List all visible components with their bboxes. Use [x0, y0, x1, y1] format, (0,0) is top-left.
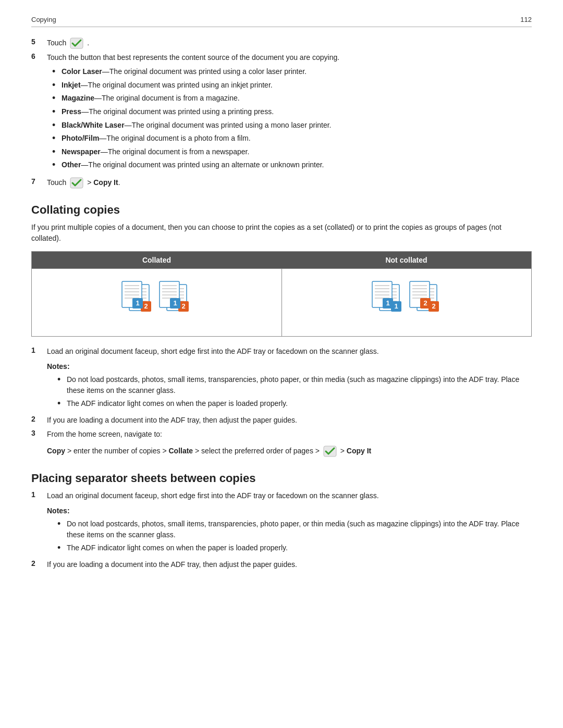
step-5-text-after: .: [87, 39, 89, 47]
collating-step-3-text: From the home screen, navigate to:: [47, 430, 162, 438]
header-section: Copying: [31, 16, 56, 23]
svg-text:1: 1: [136, 299, 140, 307]
header-bar: Copying 112: [31, 16, 532, 27]
sep-notes-label: Notes:: [47, 505, 532, 516]
checkmark-icon-3: [323, 446, 337, 457]
nav-collate: Collate: [168, 447, 193, 455]
collating-step-1: 1 Load an original document faceup, shor…: [31, 346, 532, 412]
page: Copying 112 5 Touch . 6 Touch the button…: [0, 0, 563, 728]
step-5-content: Touch .: [47, 38, 532, 49]
sep-step-2-num: 2: [31, 559, 47, 567]
list-item: •Press—The original document was printed…: [52, 106, 532, 118]
step-7-content: Touch > Copy It.: [47, 177, 532, 189]
list-item: •Color Laser—The original document was p…: [52, 66, 532, 78]
sep-step-2: 2 If you are loading a document into the…: [31, 559, 532, 570]
list-item: •Magazine—The original document is from …: [52, 93, 532, 104]
collating-step-1-num: 1: [31, 346, 47, 354]
checkmark-icon-2: [70, 177, 83, 189]
collating-step-3-content: From the home screen, navigate to:: [47, 429, 532, 440]
step-6: 6 Touch the button that best represents …: [31, 52, 532, 174]
nav-sep2: > select the preferred order of pages >: [193, 447, 322, 455]
col-header-collated: Collated: [32, 252, 282, 269]
step-5-text-before: Touch: [47, 39, 66, 47]
step-7-num: 7: [31, 177, 47, 186]
sep-step-1-content: Load an original document faceup, short …: [47, 490, 532, 556]
step-6-bullets: •Color Laser—The original document was p…: [52, 66, 532, 171]
sep-step-1-notes: •Do not load postcards, photos, small it…: [57, 519, 532, 554]
step-7-text-after: > Copy It.: [87, 178, 120, 187]
not-collated-docs-icon: 1 1: [365, 278, 448, 325]
list-item: •Do not load postcards, photos, small it…: [57, 374, 532, 396]
svg-text:2: 2: [432, 302, 435, 310]
svg-text:1: 1: [386, 299, 389, 307]
notes-label-1: Notes:: [47, 361, 532, 372]
collating-step-1-text: Load an original document faceup, short …: [47, 347, 379, 355]
list-item: •Inkjet—The original document was printe…: [52, 80, 532, 91]
collating-step-1-notes: •Do not load postcards, photos, small it…: [57, 374, 532, 410]
svg-text:2: 2: [182, 302, 186, 310]
svg-text:2: 2: [144, 302, 148, 310]
sep-step-1-num: 1: [31, 490, 47, 499]
sep-step-1: 1 Load an original document faceup, shor…: [31, 490, 532, 556]
list-item: •Newspaper—The original document is from…: [52, 146, 532, 158]
checkmark-icon: [70, 38, 83, 49]
nav-sep1: > enter the number of copies >: [65, 447, 168, 455]
collating-step-2-text: If you are loading a document into the A…: [47, 416, 297, 424]
separator-sheets-heading: Placing separator sheets between copies: [31, 472, 532, 485]
step-5: 5 Touch .: [31, 38, 532, 49]
step-6-text: Touch the button that best represents th…: [47, 53, 339, 61]
step-7-text-before: Touch: [47, 178, 66, 187]
list-item: •Other—The original document was printed…: [52, 159, 532, 171]
not-collated-image-cell: 1 1: [282, 269, 532, 337]
collating-step-2-num: 2: [31, 415, 47, 423]
sep-step-2-content: If you are loading a document into the A…: [47, 559, 532, 570]
collating-step-2-content: If you are loading a document into the A…: [47, 415, 532, 426]
step-5-num: 5: [31, 38, 47, 46]
list-item: •Do not load postcards, photos, small it…: [57, 519, 532, 540]
nav-copy-it: Copy It: [347, 447, 371, 455]
svg-text:1: 1: [394, 302, 398, 310]
svg-text:2: 2: [423, 299, 427, 307]
list-item: •Photo/Film—The original document is a p…: [52, 133, 532, 144]
nav-sep3: >: [340, 447, 347, 455]
nav-copy: Copy: [47, 447, 65, 455]
collating-heading: Collating copies: [31, 203, 532, 217]
collating-table: Collated Not collated: [31, 251, 532, 337]
header-page-num: 112: [520, 16, 532, 23]
list-item: •The ADF indicator light comes on when t…: [57, 542, 532, 554]
col-header-not-collated: Not collated: [282, 252, 532, 269]
sep-step-2-text: If you are loading a document into the A…: [47, 560, 297, 569]
step-6-num: 6: [31, 52, 47, 60]
sep-step-1-text: Load an original document faceup, short …: [47, 491, 379, 500]
collating-step-3: 3 From the home screen, navigate to:: [31, 429, 532, 440]
step-6-content: Touch the button that best represents th…: [47, 52, 532, 174]
list-item: •Black/White Laser—The original document…: [52, 120, 532, 131]
list-item: •The ADF indicator light comes on when t…: [57, 398, 532, 410]
step-7: 7 Touch > Copy It.: [31, 177, 532, 189]
collated-image-cell: 2 1: [32, 269, 282, 337]
collating-step-2: 2 If you are loading a document into the…: [31, 415, 532, 426]
collated-docs-icon: 2 1: [115, 278, 198, 325]
collating-intro: If you print multiple copies of a docume…: [31, 222, 532, 244]
collating-nav-instruction: Copy > enter the number of copies > Coll…: [47, 445, 532, 457]
collating-step-1-content: Load an original document faceup, short …: [47, 346, 532, 412]
collating-step-3-num: 3: [31, 429, 47, 437]
svg-text:1: 1: [174, 299, 177, 307]
